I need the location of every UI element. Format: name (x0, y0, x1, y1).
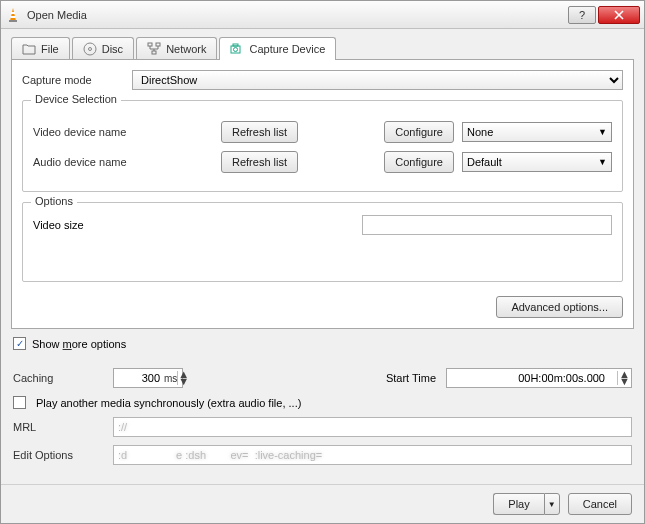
audio-device-value: Default (467, 156, 502, 168)
video-configure-button[interactable]: Configure (384, 121, 454, 143)
svg-rect-12 (233, 44, 238, 46)
video-device-value: None (467, 126, 493, 138)
options-legend: Options (31, 195, 77, 207)
svg-rect-2 (11, 12, 15, 14)
caching-spinner[interactable]: ms ▲▼ (113, 368, 183, 388)
start-time-input[interactable] (447, 372, 607, 384)
play-split-button[interactable]: Play ▼ (493, 493, 559, 515)
play-button[interactable]: Play (493, 493, 543, 515)
help-button[interactable]: ? (568, 6, 596, 24)
svg-rect-10 (152, 51, 156, 54)
caching-unit: ms (164, 373, 177, 384)
audio-configure-button[interactable]: Configure (384, 151, 454, 173)
capture-icon (230, 42, 244, 56)
capture-mode-label: Capture mode (22, 74, 132, 86)
start-time-spinner[interactable]: ▲▼ (446, 368, 632, 388)
capture-mode-select[interactable]: DirectShow (132, 70, 623, 90)
spinner-arrows[interactable]: ▲▼ (617, 371, 631, 385)
svg-rect-1 (9, 20, 17, 22)
tab-network[interactable]: Network (136, 37, 217, 60)
play-dropdown-button[interactable]: ▼ (544, 493, 560, 515)
tab-bar: File Disc Network Capture Device (11, 37, 634, 60)
options-group: Options Video size (22, 202, 623, 282)
edit-options-input[interactable] (113, 445, 632, 465)
tab-network-label: Network (166, 43, 206, 55)
mrl-input[interactable] (113, 417, 632, 437)
caching-input[interactable] (114, 372, 162, 384)
folder-icon (22, 42, 36, 56)
window-title: Open Media (27, 9, 568, 21)
edit-options-label: Edit Options (13, 449, 103, 461)
device-selection-legend: Device Selection (31, 93, 121, 105)
disc-icon (83, 42, 97, 56)
dialog-footer: Play ▼ Cancel (1, 484, 644, 523)
close-button[interactable] (598, 6, 640, 24)
advanced-options-button[interactable]: Advanced options... (496, 296, 623, 318)
svg-marker-0 (10, 8, 16, 21)
titlebar: Open Media ? (1, 1, 644, 29)
tab-disc-label: Disc (102, 43, 123, 55)
tab-file-label: File (41, 43, 59, 55)
caching-label: Caching (13, 372, 103, 384)
svg-rect-8 (148, 43, 152, 46)
play-sync-label: Play another media synchronously (extra … (36, 397, 301, 409)
tab-capture-label: Capture Device (249, 43, 325, 55)
open-media-dialog: Open Media ? File Disc Network C (0, 0, 645, 524)
cancel-button[interactable]: Cancel (568, 493, 632, 515)
capture-panel: Capture mode DirectShow Device Selection… (11, 59, 634, 329)
svg-rect-9 (156, 43, 160, 46)
audio-device-select[interactable]: Default ▼ (462, 152, 612, 172)
mrl-label: MRL (13, 421, 103, 433)
svg-rect-3 (11, 16, 16, 18)
video-refresh-button[interactable]: Refresh list (221, 121, 298, 143)
svg-point-7 (88, 48, 91, 51)
show-more-options-checkbox[interactable]: ✓ (13, 337, 26, 350)
tab-file[interactable]: File (11, 37, 70, 60)
device-selection-group: Device Selection Video device name Refre… (22, 100, 623, 192)
chevron-down-icon: ▼ (598, 127, 607, 137)
more-options-panel: Caching ms ▲▼ Start Time ▲▼ Play another… (11, 356, 634, 473)
show-more-options-label: Show more options (32, 338, 126, 350)
svg-point-13 (234, 48, 238, 52)
audio-device-label: Audio device name (33, 156, 213, 168)
video-size-input[interactable] (362, 215, 612, 235)
vlc-icon (5, 7, 21, 23)
svg-point-6 (84, 43, 96, 55)
audio-refresh-button[interactable]: Refresh list (221, 151, 298, 173)
start-time-label: Start Time (386, 372, 436, 384)
chevron-down-icon: ▼ (598, 157, 607, 167)
spinner-arrows[interactable]: ▲▼ (177, 371, 189, 385)
tab-capture-device[interactable]: Capture Device (219, 37, 336, 60)
video-size-label: Video size (33, 219, 84, 231)
tab-disc[interactable]: Disc (72, 37, 134, 60)
video-device-label: Video device name (33, 126, 213, 138)
video-device-select[interactable]: None ▼ (462, 122, 612, 142)
play-sync-checkbox[interactable] (13, 396, 26, 409)
network-icon (147, 42, 161, 56)
